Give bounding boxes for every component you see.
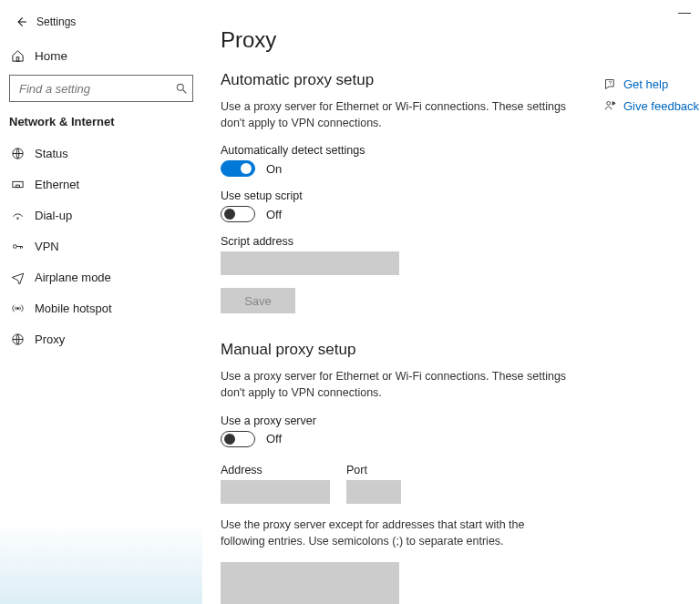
port-label: Port	[346, 464, 401, 476]
nav-item-hotspot[interactable]: Mobile hotspot	[7, 292, 195, 323]
nav-label: VPN	[35, 240, 59, 253]
hotspot-icon	[11, 302, 35, 315]
nav-item-status[interactable]: Status	[7, 138, 195, 169]
script-address-label: Script address	[221, 235, 585, 248]
svg-point-9	[17, 307, 19, 309]
sidebar: Settings Home Network & Internet	[0, 0, 202, 604]
search-icon	[175, 82, 188, 95]
feedback-icon	[603, 99, 623, 113]
home-icon	[11, 49, 35, 63]
manual-heading: Manual proxy setup	[221, 341, 585, 359]
svg-rect-5	[13, 181, 23, 187]
auto-detect-state: On	[266, 162, 282, 176]
use-script-state: Off	[266, 208, 282, 221]
use-proxy-state: Off	[266, 432, 282, 445]
manual-description: Use a proxy server for Ethernet or Wi-Fi…	[221, 368, 585, 401]
home-button[interactable]: Home	[7, 40, 195, 71]
svg-rect-6	[16, 185, 20, 188]
dialup-icon	[11, 209, 35, 222]
proxy-icon	[11, 333, 35, 346]
page-title: Proxy	[221, 27, 700, 53]
bypass-description: Use the proxy server except for addresse…	[221, 517, 549, 549]
use-script-label: Use setup script	[221, 189, 585, 202]
use-proxy-toggle[interactable]	[221, 431, 255, 447]
nav-label: Proxy	[35, 333, 65, 346]
svg-rect-1	[16, 56, 19, 60]
auto-detect-toggle[interactable]	[221, 160, 255, 177]
nav-label: Status	[35, 147, 68, 160]
script-address-input[interactable]	[221, 251, 399, 275]
address-label: Address	[221, 464, 330, 476]
give-feedback-link[interactable]: Give feedback	[603, 95, 699, 117]
svg-line-3	[183, 90, 187, 94]
svg-point-8	[14, 244, 17, 248]
auto-save-button[interactable]: Save	[221, 288, 295, 313]
auto-description: Use a proxy server for Ethernet or Wi-Fi…	[221, 98, 585, 131]
give-feedback-label: Give feedback	[623, 99, 699, 113]
help-panel: ? Get help Give feedback	[603, 71, 699, 117]
nav-item-vpn[interactable]: VPN	[7, 230, 195, 261]
back-button[interactable]	[7, 15, 35, 28]
search-input[interactable]	[17, 81, 175, 97]
use-script-toggle[interactable]	[221, 206, 255, 222]
nav-item-airplane[interactable]: Airplane mode	[7, 261, 195, 292]
globe-icon	[11, 147, 35, 160]
svg-text:?: ?	[609, 79, 612, 86]
airplane-icon	[11, 271, 35, 284]
nav-label: Dial-up	[35, 209, 72, 222]
nav-label: Ethernet	[35, 178, 79, 191]
settings-header-label: Settings	[35, 15, 76, 28]
get-help-link[interactable]: ? Get help	[603, 73, 699, 95]
arrow-left-icon	[15, 15, 27, 28]
nav-label: Airplane mode	[35, 271, 111, 284]
minimize-button[interactable]: —	[678, 5, 691, 18]
home-label: Home	[35, 49, 67, 63]
port-input[interactable]	[346, 480, 401, 504]
address-input[interactable]	[221, 480, 330, 504]
nav-list: Status Ethernet Dial-up	[7, 138, 195, 354]
vpn-icon	[11, 240, 35, 253]
search-input-container[interactable]	[9, 75, 193, 102]
svg-point-12	[607, 101, 611, 105]
auto-heading: Automatic proxy setup	[221, 71, 585, 89]
nav-item-ethernet[interactable]: Ethernet	[7, 169, 195, 200]
ethernet-icon	[11, 178, 35, 191]
svg-point-7	[17, 217, 19, 219]
bypass-list-input[interactable]	[221, 562, 399, 604]
help-icon: ?	[603, 77, 623, 91]
auto-detect-label: Automatically detect settings	[221, 144, 585, 157]
nav-item-proxy[interactable]: Proxy	[7, 323, 195, 354]
get-help-label: Get help	[623, 77, 668, 91]
main-content: — Proxy Automatic proxy setup Use a prox…	[202, 0, 700, 604]
svg-point-2	[177, 84, 183, 90]
section-title: Network & Internet	[7, 115, 195, 138]
nav-label: Mobile hotspot	[35, 302, 112, 315]
use-proxy-label: Use a proxy server	[221, 415, 585, 427]
nav-item-dialup[interactable]: Dial-up	[7, 200, 195, 230]
